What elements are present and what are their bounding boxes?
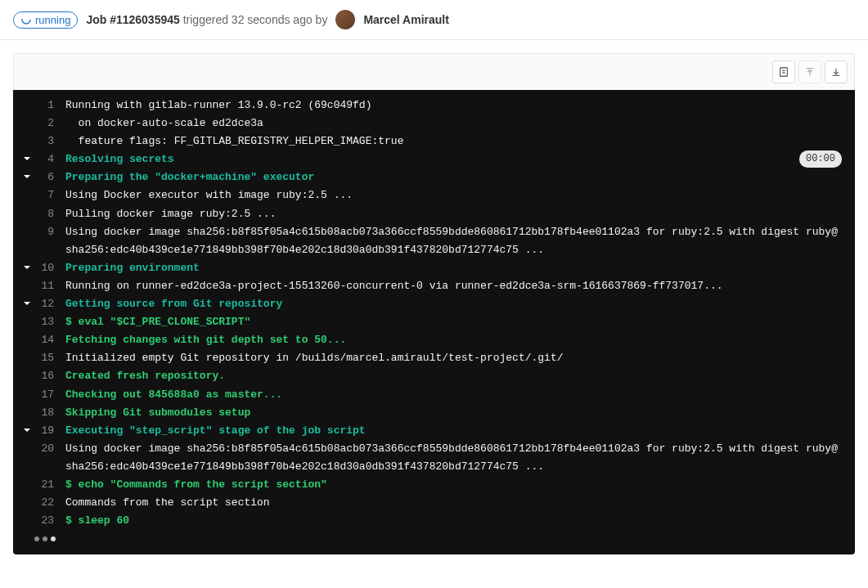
line-number[interactable]: 18 [34,404,65,422]
line-content: Executing "step_script" stage of the job… [65,422,842,440]
line-content: Skipping Git submodules setup [65,404,842,422]
log-line: 23$ sleep 60 [20,512,842,530]
line-number[interactable]: 13 [34,313,65,331]
line-content: Initialized empty Git repository in /bui… [65,349,842,367]
log-line: 19Executing "step_script" stage of the j… [20,422,842,440]
line-number[interactable]: 10 [34,259,65,277]
line-number[interactable]: 1 [34,97,65,114]
chevron-down-icon[interactable] [20,168,34,182]
log-line: 1Running with gitlab-runner 13.9.0-rc2 (… [20,97,842,114]
job-id: Job #1126035945 [86,13,179,26]
log-toolbar [13,53,855,90]
log-line: 3 feature flags: FF_GITLAB_REGISTRY_HELP… [20,132,842,150]
line-number[interactable]: 3 [34,132,65,150]
line-content: feature flags: FF_GITLAB_REGISTRY_HELPER… [65,132,842,150]
line-number[interactable]: 15 [34,349,65,367]
arrow-up-icon [804,66,816,78]
status-badge: running [13,11,78,29]
chevron-down-icon[interactable] [20,295,34,308]
log-line: 2 on docker-auto-scale ed2dce3a [20,114,842,132]
line-number[interactable]: 23 [34,512,65,530]
log-line: 7Using Docker executor with image ruby:2… [20,186,842,204]
log-line: 13$ eval "$CI_PRE_CLONE_SCRIPT" [20,313,842,331]
log-line: 8Pulling docker image ruby:2.5 ... [20,205,842,223]
line-content: $ echo "Commands from the script section… [65,476,842,494]
log-line: 9Using docker image sha256:b8f85f05a4c61… [20,223,842,259]
status-text: running [35,14,70,26]
log-line: 12Getting source from Git repository [20,295,842,313]
line-content: Using Docker executor with image ruby:2.… [65,186,842,204]
line-number[interactable]: 17 [34,386,65,404]
svg-rect-1 [780,68,788,77]
log-container: 1Running with gitlab-runner 13.9.0-rc2 (… [13,53,855,554]
line-number[interactable]: 7 [34,186,65,204]
line-number[interactable]: 8 [34,205,65,223]
log-line: 16Created fresh repository. [20,367,842,385]
log-line: 11Running on runner-ed2dce3a-project-155… [20,277,842,295]
line-number[interactable]: 9 [34,223,65,241]
line-content: Pulling docker image ruby:2.5 ... [65,205,842,223]
chevron-down-icon[interactable] [20,259,34,272]
line-number[interactable]: 11 [34,277,65,295]
line-number[interactable]: 22 [34,494,65,512]
line-content: Using docker image sha256:b8f85f05a4c615… [65,440,842,476]
line-content: Using docker image sha256:b8f85f05a4c615… [65,223,842,259]
line-content: Resolving secrets [65,150,799,168]
log-line: 6Preparing the "docker+machine" executor [20,168,842,186]
job-title-group: Job #1126035945 triggered 32 seconds ago… [86,13,327,26]
log-body: 1Running with gitlab-runner 13.9.0-rc2 (… [13,90,855,554]
log-line: 4Resolving secrets00:00 [20,150,842,168]
log-line: 22Commands from the script section [20,494,842,512]
line-content: $ eval "$CI_PRE_CLONE_SCRIPT" [65,313,842,331]
section-duration: 00:00 [799,150,842,167]
line-number[interactable]: 4 [34,150,65,168]
line-number[interactable]: 16 [34,367,65,385]
line-number[interactable]: 12 [34,295,65,313]
file-icon [778,66,789,78]
author-name[interactable]: Marcel Amirault [363,13,449,26]
line-content: Preparing the "docker+machine" executor [65,168,842,186]
line-number[interactable]: 20 [34,440,65,458]
line-number[interactable]: 21 [34,476,65,494]
log-line: 18Skipping Git submodules setup [20,404,842,422]
svg-point-0 [22,16,30,24]
chevron-down-icon[interactable] [20,422,34,435]
avatar[interactable] [335,10,355,29]
triggered-text: triggered 32 seconds ago by [183,13,328,26]
log-line: 21$ echo "Commands from the script secti… [20,476,842,494]
line-content: Running with gitlab-runner 13.9.0-rc2 (6… [65,97,842,114]
line-content: Running on runner-ed2dce3a-project-15513… [65,277,842,295]
line-number[interactable]: 14 [34,331,65,349]
job-header: running Job #1126035945 triggered 32 sec… [0,0,868,40]
scroll-bottom-button[interactable] [825,61,848,83]
loading-dots [20,530,842,541]
line-number[interactable]: 2 [34,114,65,132]
line-content: $ sleep 60 [65,512,842,530]
chevron-down-icon[interactable] [20,150,34,164]
line-content: Commands from the script section [65,494,842,512]
arrow-down-icon [830,66,842,78]
line-content: Created fresh repository. [65,367,842,385]
line-content: Getting source from Git repository [65,295,842,313]
log-line: 14Fetching changes with git depth set to… [20,331,842,349]
line-content: Fetching changes with git depth set to 5… [65,331,842,349]
log-line: 20Using docker image sha256:b8f85f05a4c6… [20,440,842,476]
line-content: Preparing environment [65,259,842,277]
line-number[interactable]: 6 [34,168,65,186]
show-raw-button[interactable] [772,61,795,83]
scroll-top-button[interactable] [798,61,821,83]
log-line: 17Checking out 845688a0 as master... [20,386,842,404]
line-content: Checking out 845688a0 as master... [65,386,842,404]
running-icon [20,14,32,25]
log-line: 15Initialized empty Git repository in /b… [20,349,842,367]
line-number[interactable]: 19 [34,422,65,440]
line-content: on docker-auto-scale ed2dce3a [65,114,842,132]
log-line: 10Preparing environment [20,259,842,277]
